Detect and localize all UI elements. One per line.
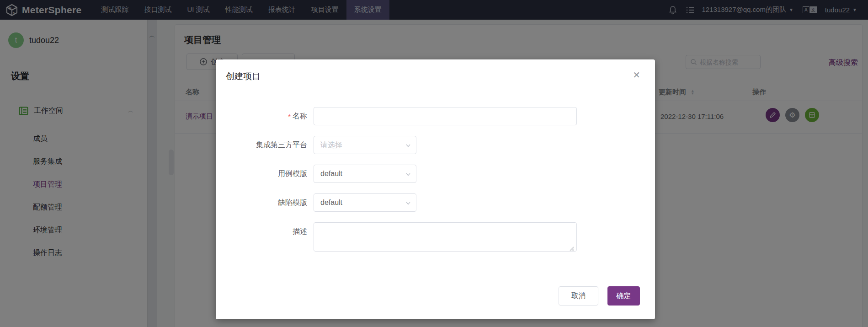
create-project-dialog: 创建项目 ✕ * 名称 集成第三方平台 请选择 用例模版 default bbox=[216, 59, 655, 319]
confirm-button[interactable]: 确定 bbox=[607, 286, 640, 306]
dialog-title: 创建项目 bbox=[226, 70, 261, 82]
case-template-field-label: 用例模版 bbox=[216, 165, 307, 183]
select-placeholder: 请选择 bbox=[320, 140, 342, 150]
form-row-description: 描述 bbox=[216, 222, 655, 252]
chevron-down-icon bbox=[405, 171, 411, 177]
form-row-case-template: 用例模版 default bbox=[216, 165, 655, 183]
form-row-platform: 集成第三方平台 请选择 bbox=[216, 136, 655, 154]
chevron-down-icon bbox=[405, 142, 411, 149]
project-name-input[interactable] bbox=[314, 107, 577, 125]
cancel-button[interactable]: 取消 bbox=[559, 286, 598, 306]
chevron-down-icon bbox=[405, 200, 411, 206]
platform-field-label: 集成第三方平台 bbox=[216, 136, 307, 154]
name-label-text: 名称 bbox=[293, 112, 307, 121]
form-row-name: * 名称 bbox=[216, 107, 655, 125]
required-asterisk: * bbox=[288, 113, 291, 120]
description-field-label: 描述 bbox=[216, 222, 307, 241]
dialog-footer: 取消 确定 bbox=[559, 286, 640, 306]
case-template-select[interactable]: default bbox=[314, 165, 416, 183]
form-row-issue-template: 缺陷模版 default bbox=[216, 193, 655, 212]
issue-template-field-label: 缺陷模版 bbox=[216, 193, 307, 212]
close-icon[interactable]: ✕ bbox=[633, 70, 640, 80]
issue-template-select[interactable]: default bbox=[314, 193, 416, 212]
third-party-platform-select[interactable]: 请选择 bbox=[314, 136, 416, 154]
issue-template-value: default bbox=[320, 198, 342, 207]
name-field-label: * 名称 bbox=[216, 107, 307, 125]
case-template-value: default bbox=[320, 170, 342, 178]
description-textarea[interactable] bbox=[314, 222, 577, 252]
